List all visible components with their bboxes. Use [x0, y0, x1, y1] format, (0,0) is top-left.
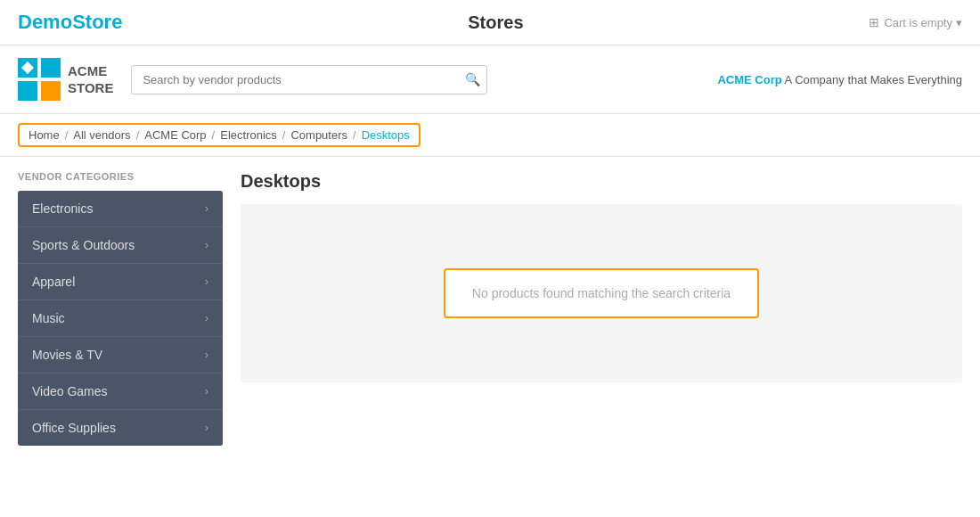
sep3: / — [212, 128, 216, 142]
chevron-right-icon: › — [205, 422, 208, 434]
page-title: Stores — [468, 12, 523, 33]
chevron-right-icon: › — [205, 349, 208, 361]
no-products-message: No products found matching the search cr… — [444, 268, 759, 318]
vendor-logo[interactable]: ACME STORE — [18, 58, 113, 101]
site-logo[interactable]: DemoStore — [18, 11, 122, 34]
chevron-right-icon: › — [205, 239, 208, 251]
chevron-right-icon: › — [205, 202, 208, 215]
logo-store: Store — [72, 11, 122, 33]
breadcrumb-all-vendors[interactable]: All vendors — [73, 128, 130, 142]
sidebar-item-label: Sports & Outdoors — [32, 238, 135, 252]
sidebar-item-apparel[interactable]: Apparel › — [18, 264, 223, 300]
logo-demo: Demo — [18, 11, 72, 33]
sidebar-item-label: Electronics — [32, 201, 93, 216]
sidebar-title: VENDOR CATEGORIES — [18, 171, 223, 182]
top-header: DemoStore Stores ⊞ Cart is empty ▾ — [0, 0, 980, 45]
sep5: / — [353, 128, 356, 142]
search-input[interactable] — [131, 65, 487, 94]
cart-button[interactable]: ⊞ Cart is empty ▾ — [869, 15, 962, 29]
acme-logo-svg — [18, 58, 61, 101]
cart-icon: ⊞ — [869, 15, 879, 29]
cart-dropdown-icon: ▾ — [956, 16, 962, 29]
sidebar-item-music[interactable]: Music › — [18, 300, 223, 337]
vendor-tagline-link[interactable]: ACME Corp — [717, 73, 781, 86]
sep1: / — [65, 128, 69, 142]
cart-text: Cart is empty — [884, 16, 952, 29]
breadcrumb-electronics[interactable]: Electronics — [220, 128, 277, 142]
breadcrumb-desktops: Desktops — [362, 128, 410, 142]
main-content: VENDOR CATEGORIES Electronics › Sports &… — [0, 157, 980, 464]
svg-rect-2 — [18, 81, 37, 101]
vendor-logo-text: ACME STORE — [68, 62, 113, 97]
svg-rect-3 — [41, 81, 61, 101]
sidebar-item-sports[interactable]: Sports & Outdoors › — [18, 227, 223, 264]
breadcrumb-computers[interactable]: Computers — [290, 128, 347, 142]
sidebar-item-label: Music — [32, 311, 65, 325]
products-title: Desktops — [241, 171, 962, 192]
sidebar-item-electronics[interactable]: Electronics › — [18, 191, 223, 227]
sidebar: VENDOR CATEGORIES Electronics › Sports &… — [0, 157, 241, 464]
sep4: / — [282, 128, 286, 142]
breadcrumb-acme-corp[interactable]: ACME Corp — [144, 128, 206, 142]
svg-rect-1 — [41, 58, 61, 78]
sidebar-item-video-games[interactable]: Video Games › — [18, 373, 223, 410]
vendor-bar: ACME STORE 🔍 ACME Corp A Company that Ma… — [0, 45, 980, 114]
vendor-tagline: ACME Corp A Company that Makes Everythin… — [717, 73, 962, 86]
chevron-right-icon: › — [205, 385, 208, 398]
vendor-tagline-rest: A Company that Makes Everything — [782, 73, 962, 86]
sidebar-item-label: Office Supplies — [32, 421, 116, 435]
chevron-right-icon: › — [205, 312, 208, 324]
search-bar-wrap[interactable]: 🔍 — [131, 65, 487, 94]
sidebar-item-office-supplies[interactable]: Office Supplies › — [18, 410, 223, 446]
breadcrumb: Home / All vendors / ACME Corp / Electro… — [18, 123, 421, 147]
breadcrumb-home[interactable]: Home — [29, 128, 60, 142]
sidebar-item-label: Video Games — [32, 384, 108, 398]
breadcrumb-section: Home / All vendors / ACME Corp / Electro… — [0, 114, 980, 157]
products-area: Desktops No products found matching the … — [241, 157, 980, 464]
sidebar-item-label: Apparel — [32, 275, 75, 289]
search-icon[interactable]: 🔍 — [465, 72, 480, 86]
sep2: / — [136, 128, 140, 142]
sidebar-menu: Electronics › Sports & Outdoors › Appare… — [18, 191, 223, 446]
sidebar-item-movies-tv[interactable]: Movies & TV › — [18, 337, 223, 373]
chevron-right-icon: › — [205, 275, 208, 288]
products-content: No products found matching the search cr… — [241, 204, 962, 382]
sidebar-item-label: Movies & TV — [32, 348, 102, 362]
